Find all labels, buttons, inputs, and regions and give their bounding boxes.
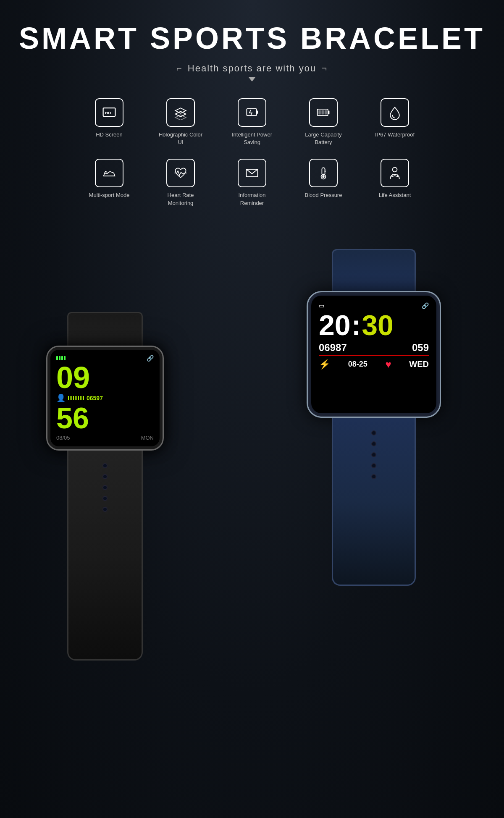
feature-hd-screen: HD HD Screen bbox=[86, 98, 132, 146]
band-hole-s4 bbox=[102, 496, 108, 501]
power-saving-icon-box bbox=[238, 98, 266, 127]
heart-rate-icon-box bbox=[166, 159, 195, 187]
watch-screen-big: ▭ 🔗 20 : 30 06987 059 ⚡ 08 bbox=[311, 296, 436, 413]
band-hole-1 bbox=[371, 430, 376, 435]
page-container: SMART SPORTS BRACELET ⌐ Health sports ar… bbox=[0, 0, 504, 818]
svg-rect-10 bbox=[322, 110, 324, 115]
watch-body-small: 🔗 09 👤 bbox=[46, 346, 164, 451]
watch-band-small-top bbox=[67, 312, 143, 346]
feature-multi-sport: Multi-sport Mode bbox=[86, 159, 132, 207]
svg-rect-9 bbox=[318, 110, 320, 115]
watch-screen-small: 🔗 09 👤 bbox=[50, 350, 160, 446]
watch-body-big: ▭ 🔗 20 : 30 06987 059 ⚡ 08 bbox=[307, 291, 441, 418]
steps-bars bbox=[68, 396, 84, 400]
svg-marker-3 bbox=[175, 111, 186, 117]
watch-band-big-top bbox=[332, 249, 416, 291]
battery-icon bbox=[316, 105, 331, 120]
subtitle-wrapper: ⌐ Health sports are with you ¬ bbox=[176, 63, 328, 74]
hd-screen-icon-box: HD bbox=[95, 98, 123, 127]
feature-waterproof: IP67 Waterproof bbox=[372, 98, 418, 146]
subtitle-bracket-left: ⌐ bbox=[176, 63, 183, 74]
battery-bar-3 bbox=[61, 356, 63, 360]
feature-holographic: Holographic Color UI bbox=[158, 98, 204, 146]
steps-bar-5 bbox=[75, 396, 76, 400]
watch-small-minutes: 56 bbox=[56, 404, 154, 433]
steps-bar-10 bbox=[83, 396, 84, 400]
feature-power-saving: Intelligent Power Saving bbox=[229, 98, 275, 146]
battery-bars-small bbox=[56, 356, 66, 360]
svg-rect-6 bbox=[257, 111, 258, 114]
band-hole-5 bbox=[371, 474, 376, 479]
screen-top-row-big: ▭ 🔗 bbox=[319, 302, 429, 309]
watch-big-minutes: 30 bbox=[362, 311, 394, 339]
power-saving-label: Intelligent Power Saving bbox=[229, 131, 275, 146]
features-row-2: Multi-sport Mode Heart Rate Monitoring bbox=[86, 159, 418, 207]
holographic-label: Holographic Color UI bbox=[158, 131, 204, 146]
feature-heart-rate: Heart Rate Monitoring bbox=[158, 159, 204, 207]
steps-person-icon: 👤 bbox=[56, 393, 66, 403]
svg-text:HD: HD bbox=[105, 110, 111, 115]
steps-bar-4 bbox=[73, 396, 74, 400]
main-title: SMART SPORTS BRACELET bbox=[19, 21, 485, 55]
band-hole-2 bbox=[371, 441, 376, 446]
band-hole-s5 bbox=[102, 507, 108, 512]
steps-row-small: 👤 06597 bbox=[56, 393, 154, 403]
steps-bar-2 bbox=[70, 396, 71, 400]
date-day-small: 08/05 MON bbox=[56, 435, 154, 441]
subtitle-triangle bbox=[249, 77, 255, 81]
battery-bar-4 bbox=[64, 356, 66, 360]
watch-small-date: 08/05 bbox=[56, 435, 70, 441]
thermometer-icon bbox=[316, 165, 331, 181]
feature-information: Information Reminder bbox=[229, 159, 275, 207]
life-assistant-icon-box bbox=[381, 159, 409, 187]
drop-icon bbox=[387, 105, 402, 120]
watch-big-colon: : bbox=[352, 311, 361, 339]
svg-point-16 bbox=[322, 176, 324, 178]
steps-bar-7 bbox=[78, 396, 79, 400]
features-row-1: HD HD Screen Holographic Color UI bbox=[86, 98, 418, 146]
watch-band-small-bottom bbox=[67, 451, 143, 661]
steps-bar-6 bbox=[76, 396, 77, 400]
svg-rect-11 bbox=[325, 110, 327, 115]
band-hole-s3 bbox=[102, 485, 108, 490]
bottom-row-big: ⚡ 08-25 ♥ WED bbox=[319, 359, 429, 370]
steps-bar-8 bbox=[80, 396, 81, 400]
battery-bolt-icon bbox=[244, 105, 260, 120]
link-icon-big: 🔗 bbox=[422, 302, 429, 309]
hd-icon: HD bbox=[102, 105, 117, 120]
blood-pressure-icon-box bbox=[309, 159, 338, 187]
information-icon-box bbox=[238, 159, 266, 187]
battery-bar-1 bbox=[56, 356, 58, 360]
svg-point-20 bbox=[393, 168, 397, 172]
feature-battery: Large Capacity Battery bbox=[300, 98, 346, 146]
band-hole-3 bbox=[371, 452, 376, 457]
heart-icon-big: ♥ bbox=[385, 359, 391, 370]
watch-big-calories: 059 bbox=[412, 342, 429, 354]
watch-small-day: MON bbox=[141, 435, 154, 441]
multi-sport-icon-box bbox=[95, 159, 123, 187]
feature-life-assistant: Life Assistant bbox=[372, 159, 418, 207]
band-holes-big bbox=[333, 418, 415, 479]
band-hole-s2 bbox=[102, 474, 108, 479]
battery-label: Large Capacity Battery bbox=[300, 131, 346, 146]
band-hole-4 bbox=[371, 463, 376, 468]
waterproof-icon-box bbox=[381, 98, 409, 127]
envelope-icon bbox=[244, 165, 260, 181]
steps-bar-3 bbox=[71, 396, 72, 400]
hd-screen-label: HD Screen bbox=[96, 131, 123, 139]
steps-bar-9 bbox=[81, 396, 82, 400]
blood-pressure-label: Blood Pressure bbox=[305, 191, 342, 199]
watch-big-steps: 06987 bbox=[319, 342, 347, 354]
watch-big-day: WED bbox=[409, 359, 429, 369]
person-icon bbox=[387, 165, 402, 181]
svg-rect-5 bbox=[247, 109, 256, 115]
link-icon-small: 🔗 bbox=[147, 355, 154, 362]
divider-line-big bbox=[319, 355, 429, 356]
band-hole-s1 bbox=[102, 463, 108, 468]
watches-section: ▭ 🔗 20 : 30 06987 059 ⚡ 08 bbox=[0, 228, 504, 732]
stats-row-big: 06987 059 bbox=[319, 342, 429, 354]
svg-marker-2 bbox=[175, 108, 186, 113]
heart-rate-label: Heart Rate Monitoring bbox=[158, 191, 204, 207]
steps-bar-1 bbox=[68, 396, 69, 400]
information-label: Information Reminder bbox=[229, 191, 275, 207]
